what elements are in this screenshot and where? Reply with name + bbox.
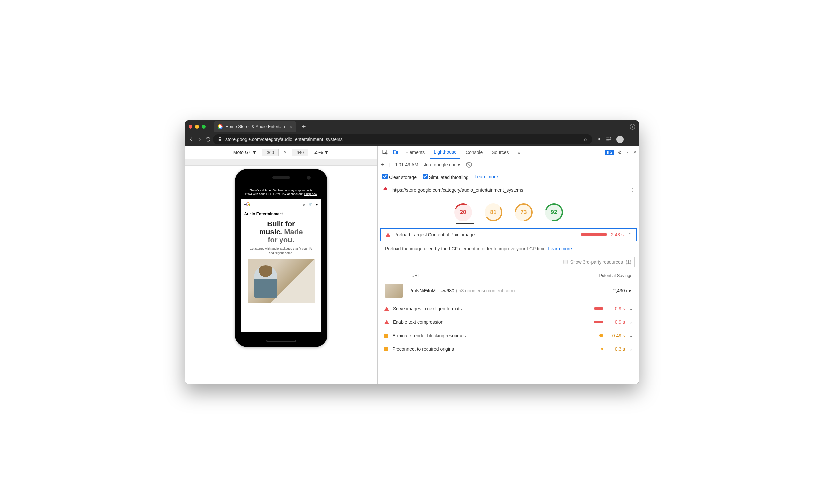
gauge-accessibility[interactable]: 81 — [485, 203, 502, 221]
audit-row[interactable]: Eliminate render-blocking resources0.49 … — [378, 329, 639, 342]
audit-preload-lcp[interactable]: Preload Largest Contentful Paint image 2… — [380, 228, 637, 241]
extensions-icon[interactable]: ✦ — [597, 136, 601, 142]
resource-row[interactable]: /rbNNiE4oM…=w680 (lh3.googleusercontent.… — [378, 280, 639, 302]
reading-list-icon[interactable] — [606, 136, 612, 142]
lock-icon — [217, 137, 222, 142]
report-menu-icon[interactable]: ⋮ — [630, 187, 635, 193]
tab-more[interactable]: » — [514, 146, 525, 159]
resource-table-header: URL Potential Savings — [378, 271, 639, 280]
tab-favicon-icon — [217, 124, 223, 129]
audit-value: 2.43 s — [611, 232, 624, 237]
bookmark-icon[interactable]: ☆ — [584, 137, 588, 142]
resource-url: /rbNNiE4oM…=w680 — [411, 288, 454, 293]
devtools-tabs: Elements Lighthouse Console Sources » ▮ … — [378, 146, 639, 159]
home-button-icon — [266, 339, 296, 342]
forward-icon[interactable] — [196, 136, 203, 143]
phone-camera-icon — [307, 176, 311, 180]
audit-row[interactable]: Preconnect to required origins0.3 s⌄ — [378, 342, 639, 356]
resource-host: (lh3.googleusercontent.com) — [456, 288, 515, 293]
audit-row-value: 0.9 s — [607, 319, 625, 325]
phone-speaker-icon — [272, 176, 290, 179]
devtools-menu-icon[interactable]: ⋮ — [625, 149, 630, 155]
close-tab-icon[interactable]: × — [290, 124, 292, 129]
new-report-button[interactable]: + — [381, 162, 385, 169]
viewport-height-input[interactable] — [292, 149, 308, 156]
lighthouse-subbar: + | 1:01:49 AM - store.google.cor ▼ — [378, 159, 639, 171]
audit-row-title: Serve images in next-gen formats — [393, 306, 590, 311]
audit-title: Preload Largest Contentful Paint image — [394, 232, 577, 237]
banner-link[interactable]: Shop now — [304, 193, 317, 196]
tab-sources[interactable]: Sources — [488, 146, 513, 159]
clear-icon[interactable] — [466, 162, 472, 168]
fail-triangle-icon — [384, 320, 389, 324]
browser-tab[interactable]: Home Stereo & Audio Entertain × — [214, 121, 296, 132]
devtools-pane: Elements Lighthouse Console Sources » ▮ … — [378, 146, 639, 384]
ruler — [185, 159, 378, 166]
audit-row[interactable]: Enable text compression0.9 s⌄ — [378, 315, 639, 329]
device-select[interactable]: Moto G4 ▼ — [233, 149, 257, 155]
promo-banner: There's still time. Get free two-day shi… — [241, 186, 321, 199]
fail-triangle-icon — [386, 233, 390, 237]
phone-screen[interactable]: There's still time. Get free two-day shi… — [241, 186, 321, 332]
issues-badge[interactable]: ▮ 2 — [605, 149, 615, 155]
audit-row-title: Eliminate render-blocking resources — [392, 333, 595, 338]
minimize-window-icon[interactable] — [195, 125, 199, 128]
audit-learn-more-link[interactable]: Learn more — [548, 246, 572, 251]
viewport-width-input[interactable] — [262, 149, 279, 156]
hero: Built for music. Made for you. Get start… — [241, 218, 321, 306]
audit-list: Serve images in next-gen formats0.9 s⌄En… — [378, 302, 639, 356]
device-menu-icon[interactable]: ⋮ — [369, 149, 374, 155]
cart-icon[interactable]: 🛒 — [309, 203, 312, 206]
tab-title: Home Stereo & Audio Entertain — [225, 124, 285, 129]
tab-elements[interactable]: Elements — [401, 146, 428, 159]
chevron-down-icon[interactable]: ⌄ — [629, 319, 633, 325]
chevron-down-icon[interactable]: ⌄ — [629, 306, 633, 311]
audit-row[interactable]: Serve images in next-gen formats0.9 s⌄ — [378, 302, 639, 315]
third-party-toggle[interactable]: Show 3rd-party resources (1) — [560, 257, 635, 267]
tab-lighthouse[interactable]: Lighthouse — [430, 146, 460, 159]
audit-row-bar — [601, 348, 603, 350]
hero-image — [247, 259, 315, 303]
audit-description: Preload the image used by the LCP elemen… — [378, 241, 639, 256]
settings-icon[interactable]: ⚙ — [618, 149, 622, 155]
resource-savings: 2,430 ms — [613, 288, 632, 293]
audit-row-bar — [594, 307, 603, 309]
chevron-down-icon[interactable]: ⌄ — [629, 346, 633, 352]
chevron-up-icon[interactable]: ⌃ — [628, 232, 631, 237]
clear-storage-checkbox[interactable]: Clear storage — [382, 174, 417, 180]
reload-icon[interactable] — [205, 136, 211, 142]
browser-menu-icon[interactable]: ⋮ — [628, 136, 633, 142]
gauge-best-practices[interactable]: 73 — [515, 203, 533, 221]
inspect-icon[interactable] — [380, 148, 390, 157]
guest-icon[interactable] — [629, 124, 635, 129]
zoom-select[interactable]: 65% ▼ — [313, 149, 329, 155]
device-preview-pane: Moto G4 ▼ × 65% ▼ ⋮ There's still time. … — [185, 146, 378, 384]
audit-row-title: Enable text compression — [393, 319, 590, 325]
tab-console[interactable]: Console — [462, 146, 487, 159]
throttling-checkbox[interactable]: Simulated throttling — [423, 174, 469, 180]
lighthouse-icon — [382, 187, 388, 193]
gauge-seo[interactable]: 92 — [545, 203, 563, 221]
device-viewport: There's still time. Get free two-day shi… — [185, 159, 378, 384]
url-input[interactable]: store.google.com/category/audio_entertai… — [213, 134, 592, 144]
window-titlebar: Home Stereo & Audio Entertain × + — [185, 120, 639, 133]
close-window-icon[interactable] — [189, 125, 193, 128]
maximize-window-icon[interactable] — [202, 125, 206, 128]
new-tab-button[interactable]: + — [302, 122, 306, 131]
chevron-down-icon[interactable]: ⌄ — [629, 333, 633, 338]
back-icon[interactable] — [188, 136, 195, 143]
device-mode-icon[interactable] — [391, 148, 400, 157]
report-select[interactable]: 1:01:49 AM - store.google.cor ▼ — [395, 162, 461, 168]
account-icon[interactable]: ● — [316, 203, 318, 206]
learn-more-link[interactable]: Learn more — [475, 174, 498, 179]
gauge-performance[interactable]: 20 — [454, 203, 472, 221]
google-logo-icon[interactable]: G — [246, 202, 250, 208]
lighthouse-options: Clear storage Simulated throttling Learn… — [378, 171, 639, 183]
dimension-x: × — [284, 149, 286, 155]
close-devtools-icon[interactable]: × — [633, 149, 637, 156]
profile-avatar-icon[interactable] — [616, 136, 624, 143]
search-icon[interactable]: ⌕ — [303, 202, 305, 207]
audit-row-value: 0.3 s — [607, 346, 625, 352]
audit-bar — [581, 233, 607, 236]
device-toolbar: Moto G4 ▼ × 65% ▼ ⋮ — [185, 146, 378, 159]
